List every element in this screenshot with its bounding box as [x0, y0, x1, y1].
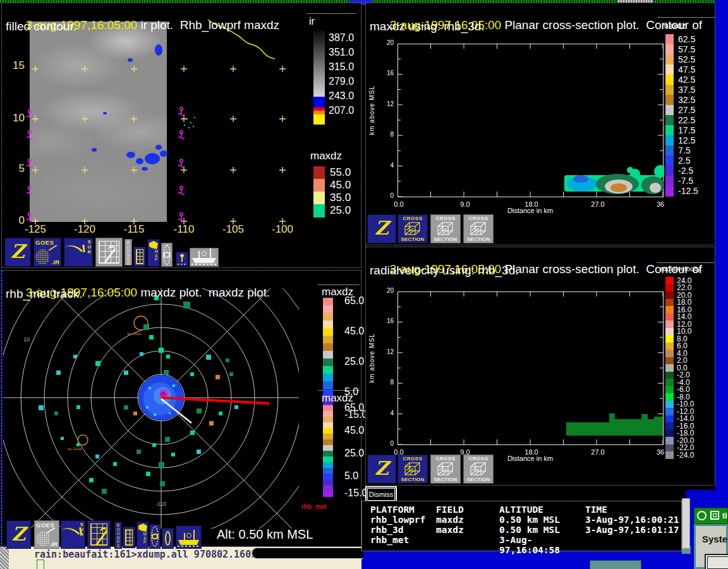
colorbar-segment — [323, 336, 333, 344]
status-table-cell — [436, 535, 499, 555]
status-window-scrollbar[interactable] — [682, 498, 690, 549]
toolbar-button-gear[interactable] — [149, 524, 161, 549]
echo-square — [140, 352, 143, 356]
y-tick-label: 4 — [377, 162, 394, 169]
cross-section-button[interactable]: CROSSSECTION — [430, 455, 461, 484]
colorbar-segment — [665, 321, 674, 328]
toolbar-button-grid-radar[interactable] — [95, 238, 123, 267]
echo-square — [197, 450, 201, 454]
ppi-display — [3, 288, 299, 529]
colorbar-segment — [665, 415, 674, 423]
taskbar-teal-block[interactable] — [590, 560, 641, 569]
colorbar-segment — [665, 176, 674, 187]
toolbar-button-ship[interactable] — [176, 525, 202, 549]
toolbar-button-gear[interactable] — [161, 243, 173, 267]
colorbar-label: 12.5 — [678, 135, 695, 145]
colorbar-label: 47.5 — [678, 64, 695, 75]
echo-square — [146, 472, 150, 476]
colorbar-segment — [665, 125, 674, 136]
echo-square — [226, 358, 229, 362]
desktop-right-strip — [715, 0, 728, 498]
toolbar-button-surveillance[interactable]: SUR — [64, 238, 93, 267]
colorbar-segment — [665, 145, 674, 156]
toolbar-button-goes-ir[interactable]: GOES.IR — [34, 520, 59, 549]
toolbar-button-map[interactable]: MAP — [147, 239, 160, 267]
colorbar-segment — [665, 357, 674, 365]
toolbar-button-ship[interactable] — [190, 248, 219, 267]
mini-window-titlebar[interactable]: ti — [694, 508, 728, 524]
colorbar-segment — [313, 204, 325, 217]
ir-colorbar — [313, 31, 325, 125]
echo-square — [133, 412, 137, 415]
cross-section-button[interactable]: CROSSSECTION — [463, 455, 494, 484]
toolbar-button-goes-ir[interactable]: GOES.IR — [33, 238, 61, 267]
toolbar-button-bounds[interactable]: BOUNDS — [124, 239, 132, 266]
echo-square — [124, 405, 128, 410]
ir-colorbar-label: 207.0 — [329, 105, 354, 116]
toolbar-button-buoy[interactable] — [176, 252, 188, 267]
toolbar-button-z-logo[interactable]: Z — [4, 238, 31, 267]
cross-section-button[interactable]: CROSSSECTION — [430, 214, 461, 243]
cross-section-button[interactable]: CROSSSECTION — [397, 455, 428, 484]
colorbar-label: -12.5 — [678, 186, 698, 196]
echo-square — [76, 443, 80, 446]
x-tick-label: 18.0 — [515, 200, 548, 208]
colorbar-segment — [665, 156, 674, 166]
toolbar-button-grid-radar[interactable] — [87, 520, 111, 549]
altitude-readout: Alt: 0.50 km MSL — [217, 527, 313, 541]
echo-square — [159, 462, 164, 468]
echo-square — [209, 421, 214, 425]
status-table-header: PLATFORM — [370, 505, 436, 515]
y-tick-label: 16 — [377, 70, 394, 76]
panel-cross-section-maxdz: 3-aug-1997,16:05:00 Planar cross-section… — [365, 3, 715, 245]
x-tick-label: -115 — [118, 223, 150, 236]
echo-square — [124, 370, 128, 375]
toolbar-button-z-logo[interactable]: Z — [367, 455, 396, 484]
system-window-button[interactable] — [705, 554, 728, 569]
colorbar-segment — [665, 328, 674, 336]
toolbar-button-bounds[interactable]: BOUNDS — [114, 522, 122, 549]
colorbar-rule — [306, 13, 356, 14]
colorbar-segment — [665, 343, 674, 350]
toolbar-button-grid[interactable] — [123, 527, 135, 548]
echo-square — [73, 355, 77, 358]
cross-section-plot — [397, 291, 664, 446]
echo-square — [149, 335, 154, 340]
colorbar-segment — [665, 105, 674, 116]
echo-square — [143, 324, 149, 330]
y-tick-label: 8 — [377, 131, 394, 138]
status-table-header: TIME — [585, 505, 689, 515]
y-tick-label: 5 — [3, 162, 25, 175]
cross-section-button[interactable]: CROSSSECTION — [463, 214, 494, 243]
colorbar-label: 45.0 — [344, 326, 364, 337]
terminal-scrollbar[interactable] — [0, 546, 9, 569]
colorbar-segment — [665, 34, 674, 45]
colorbar-label: 25.0 — [344, 448, 364, 459]
cross-section-button[interactable]: CROSSSECTION — [397, 214, 428, 243]
window-iconify-button[interactable] — [710, 511, 719, 520]
echo-square — [61, 437, 64, 440]
y-tick-label: 15 — [3, 59, 25, 72]
panel-title-line2: rhb_met track. — [6, 287, 82, 301]
toolbar-button-map[interactable]: MAP — [136, 522, 149, 549]
cross-section-plot — [397, 44, 664, 198]
colorbar-label: 27.5 — [678, 105, 695, 115]
status-table-cell: maxdz — [436, 515, 499, 525]
toolbar-button-circle[interactable] — [162, 528, 174, 549]
colorbar-segment — [323, 351, 333, 359]
toolbar-button-z-logo[interactable]: Z — [6, 520, 31, 549]
colorbar-segment — [323, 328, 333, 336]
echo-square — [95, 455, 99, 458]
x-tick-label: 27.0 — [581, 200, 614, 208]
panel-left-blue-border — [1, 271, 3, 548]
window-edge-band — [252, 548, 363, 559]
colorbar-segment — [665, 350, 674, 357]
screen: rain:beaufait:161>xdump.all 970802.1605.… — [0, 0, 728, 569]
colorbar-segment — [665, 444, 674, 452]
track-source-label: rhb_met — [301, 503, 326, 510]
terminal-cursor — [37, 560, 44, 569]
window-menu-button[interactable] — [697, 511, 707, 520]
toolbar-button-surveillance[interactable]: SUR — [61, 520, 85, 549]
toolbar-button-z-logo[interactable]: Z — [367, 214, 396, 243]
toolbar-button-grid[interactable] — [133, 247, 146, 267]
